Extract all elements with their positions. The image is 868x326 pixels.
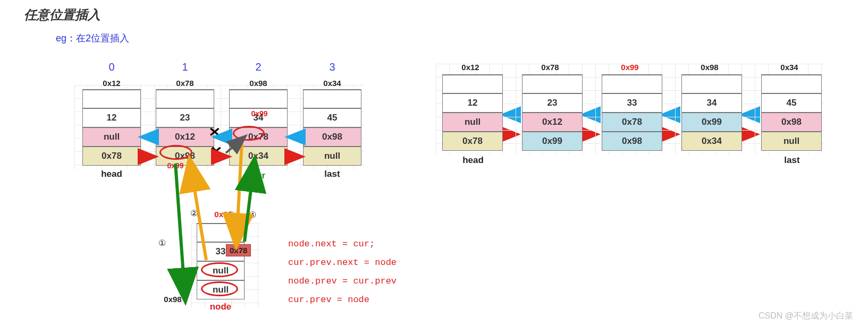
watermark: CSDN @不想成为小白菜 bbox=[759, 311, 853, 322]
blank-cell bbox=[197, 223, 245, 242]
left-node-2: 34 0x78 0x34 bbox=[229, 89, 288, 166]
val-cell: 33 bbox=[602, 93, 662, 113]
note-addr-2: 0x99 bbox=[159, 161, 191, 170]
new-node-prev-tag: 0x78 bbox=[226, 244, 251, 256]
next-cell: 0x34 bbox=[229, 147, 288, 166]
val-cell: 45 bbox=[303, 108, 361, 127]
cur-label: cur bbox=[232, 170, 285, 181]
val-cell: 45 bbox=[761, 93, 822, 113]
next-cell: 0x99 bbox=[522, 132, 583, 151]
next-cell: 0x34 bbox=[681, 132, 742, 151]
new-node-side-addr: 0x98 bbox=[154, 295, 191, 304]
addr-0: 0x12 bbox=[85, 79, 138, 88]
raddr-4: 0x34 bbox=[763, 63, 816, 72]
svg-line-6 bbox=[175, 164, 185, 296]
new-node: 33 null null bbox=[197, 223, 245, 299]
blank-cell bbox=[303, 89, 361, 108]
addr-3: 0x34 bbox=[306, 79, 359, 88]
blank-cell bbox=[681, 74, 742, 93]
val-cell: 23 bbox=[522, 93, 583, 113]
left-node-0: 12 null 0x78 bbox=[82, 89, 141, 166]
blank-cell bbox=[82, 89, 141, 108]
addr-2: 0x98 bbox=[232, 79, 285, 88]
index-1: 1 bbox=[164, 61, 206, 73]
index-2: 2 bbox=[237, 61, 280, 73]
blank-cell bbox=[442, 74, 503, 93]
right-node-4: 45 0x98 null bbox=[761, 74, 822, 151]
next-cell: null bbox=[303, 147, 361, 166]
prev-cell: 0x98 bbox=[303, 127, 361, 147]
next-cell: 0x98 bbox=[602, 132, 662, 151]
right-node-3: 34 0x99 0x34 bbox=[681, 74, 742, 151]
code-line-3: node.prev = cur.prev bbox=[288, 276, 397, 286]
step-2: ② bbox=[190, 208, 198, 218]
code-line-2: cur.prev.next = node bbox=[288, 258, 397, 268]
blank-cell bbox=[522, 74, 583, 93]
next-cell: null bbox=[761, 132, 822, 151]
index-0: 0 bbox=[90, 61, 133, 73]
left-node-3: 45 0x98 null bbox=[303, 89, 361, 166]
raddr-1: 0x78 bbox=[524, 63, 577, 72]
diagram-subtitle: eg：在2位置插入 bbox=[56, 32, 129, 45]
step-4: ④ bbox=[249, 210, 256, 220]
prev-cell: 0x99 bbox=[681, 113, 742, 132]
raddr-0: 0x12 bbox=[444, 63, 497, 72]
blank-cell bbox=[229, 89, 288, 108]
next-cell: 0x78 bbox=[442, 132, 503, 151]
val-cell: 34 bbox=[681, 93, 742, 113]
val-cell: 12 bbox=[442, 93, 503, 113]
right-last-label: last bbox=[765, 155, 819, 166]
prev-cell: null bbox=[82, 127, 141, 147]
prev-cell: 0x98 bbox=[761, 113, 822, 132]
prev-cell: null bbox=[197, 261, 245, 280]
right-node-2: 33 0x78 0x98 bbox=[602, 74, 662, 151]
val-cell: 23 bbox=[156, 108, 214, 127]
next-cell: null bbox=[197, 280, 245, 299]
next-cell: 0x78 bbox=[82, 147, 141, 166]
blank-cell bbox=[602, 74, 662, 93]
step-1: ① bbox=[158, 238, 166, 248]
step-3: ③ bbox=[227, 210, 235, 220]
diagram-title: 任意位置插入 bbox=[24, 6, 100, 23]
last-label: last bbox=[306, 169, 359, 179]
raddr-3: 0x98 bbox=[683, 63, 736, 72]
right-head-label: head bbox=[446, 155, 500, 166]
head-label: head bbox=[85, 169, 138, 179]
right-node-1: 23 0x12 0x99 bbox=[522, 74, 583, 151]
prev-cell: 0x12 bbox=[522, 113, 583, 132]
prev-cell: 0x12 bbox=[156, 127, 214, 147]
code-line-4: cur.prev = node bbox=[288, 295, 369, 305]
note-addr-1: 0x99 bbox=[243, 109, 275, 118]
new-node-addr: 0x99 bbox=[197, 210, 250, 219]
blank-cell bbox=[156, 89, 214, 108]
right-node-0: 12 null 0x78 bbox=[442, 74, 503, 151]
prev-cell: 0x78 bbox=[602, 113, 662, 132]
blank-cell bbox=[761, 74, 822, 93]
code-line-1: node.next = cur; bbox=[288, 239, 375, 249]
index-3: 3 bbox=[311, 61, 353, 73]
val-cell: 12 bbox=[82, 108, 141, 127]
prev-cell: null bbox=[442, 113, 503, 132]
x-next-link-cross: ✕ bbox=[210, 143, 222, 158]
raddr-2: 0x99 bbox=[603, 63, 656, 72]
new-node-label: node bbox=[197, 302, 245, 312]
prev-cell: 0x78 bbox=[229, 127, 288, 147]
x-prev-link-cross: ✕ bbox=[208, 124, 221, 139]
addr-1: 0x78 bbox=[158, 79, 212, 88]
left-node-1: 23 0x12 0x98 bbox=[156, 89, 214, 166]
